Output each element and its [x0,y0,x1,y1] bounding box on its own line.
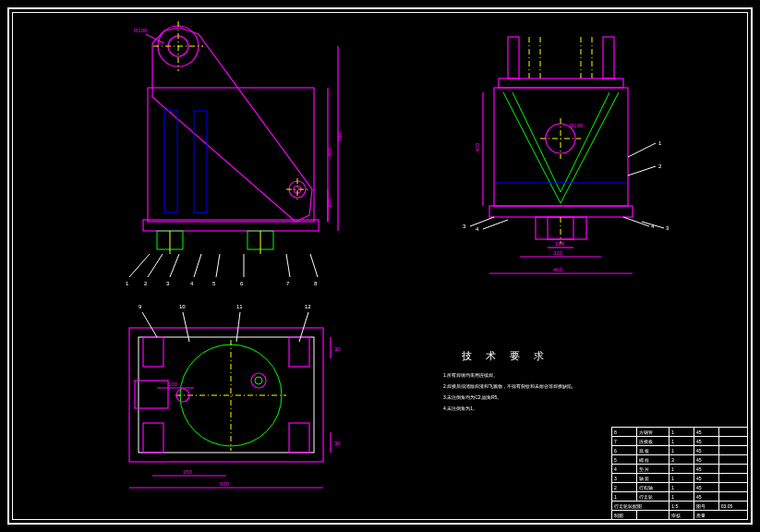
side-view: R100 400 168 320 460 1 2 4 3 3 4 [457,37,688,272]
svg-text:168: 168 [555,241,565,247]
tube1 [508,37,519,79]
note-line: 3.未注倒角均为C2,圆角R5。 [443,392,576,403]
note-line: 4.未注倒角为1。 [443,403,576,414]
table-row: 2行程轴145 [612,483,748,492]
front-view-svg: 680 400 100 R100 1 2 3 4 5 6 7 8 [102,23,369,263]
svg-text:11: 11 [236,304,243,309]
table-row: 6底 板145 [612,446,748,455]
svg-text:10: 10 [179,304,186,309]
svg-line-44 [483,220,508,229]
svg-rect-49 [143,423,163,453]
table-row: 3轴 套145 [612,474,748,483]
svg-text:150: 150 [183,469,193,475]
svg-text:500: 500 [220,481,230,487]
dim-body-h-val: 400 [327,147,332,157]
svg-line-20 [513,92,561,192]
svg-rect-51 [289,423,309,453]
svg-text:30: 30 [334,346,341,352]
svg-text:3: 3 [666,225,670,231]
side-r100: R100 [570,123,584,128]
dim-100-val: 100 [327,198,332,208]
table-row: 4垫 片145 [612,465,748,474]
front-view: 680 400 100 R100 1 2 3 4 5 6 7 8 [102,23,369,267]
note-line: 1.所有焊缝均采用连续焊。 [443,369,576,381]
v2 [561,92,619,203]
note-line: 2.焊接后须清除焊渣和飞溅物，不得有裂纹和未熔合等焊接缺陷。 [443,381,576,392]
table-row: 1行走轮145 [612,492,748,502]
svg-text:400: 400 [475,142,480,152]
body-outline [148,88,314,222]
svg-line-36 [628,166,656,175]
svg-point-53 [251,373,266,388]
v1 [503,92,561,203]
svg-text:1: 1 [658,140,662,146]
svg-text:4: 4 [476,226,479,232]
side-view-svg: R100 400 168 320 460 1 2 4 3 3 4 [457,37,688,268]
tech-req-notes: 1.所有焊缝均采用连续焊。 2.焊接后须清除焊渣和飞溅物，不得有裂纹和未熔合等焊… [443,369,576,414]
svg-text:2: 2 [658,163,662,169]
svg-text:12: 12 [305,304,311,309]
slot2 [194,111,207,212]
svg-text:100: 100 [168,381,178,387]
side-base [489,206,633,217]
svg-text:460: 460 [553,267,563,272]
svg-text:30: 30 [334,441,341,446]
svg-line-56 [142,312,157,337]
svg-line-34 [628,143,656,157]
crossbar [499,79,623,88]
parts-table: 8方钢管145 7连接板145 6底 板145 5螺 栓245 4垫 片145 … [611,427,748,520]
arm [152,28,312,222]
svg-line-21 [561,92,609,192]
drawing-sheet: 680 400 100 R100 1 2 3 4 5 6 7 8 [0,0,760,532]
callouts-top: 9 10 11 12 [139,304,311,342]
svg-line-42 [470,217,494,226]
dim-h-overall-val: 680 [337,131,343,141]
top-view: 9 10 11 12 100 150 500 30 30 [102,296,360,502]
svg-rect-55 [135,381,168,408]
svg-rect-48 [143,337,163,367]
table-row: 8方钢管145 [612,428,748,437]
tech-req-title: 技 术 要 求 [462,349,549,363]
r100-label: R100 [134,28,148,33]
svg-point-54 [255,377,262,384]
svg-line-38 [623,217,649,226]
slot1 [164,111,177,212]
table-row: 7连接板145 [612,437,748,446]
titleblock-row: 制图审核质量 [612,511,748,520]
table-row: 5螺 栓245 [612,455,748,465]
top-view-svg: 9 10 11 12 100 150 500 30 30 [102,296,360,499]
wheel-circle [180,345,282,446]
r100-leader [146,34,164,43]
titleblock-row: 行走轮装配图1:5图号03.05 [612,502,748,511]
svg-text:3: 3 [463,224,466,229]
svg-text:320: 320 [553,250,563,256]
svg-text:9: 9 [139,304,142,309]
tube2 [603,37,614,79]
